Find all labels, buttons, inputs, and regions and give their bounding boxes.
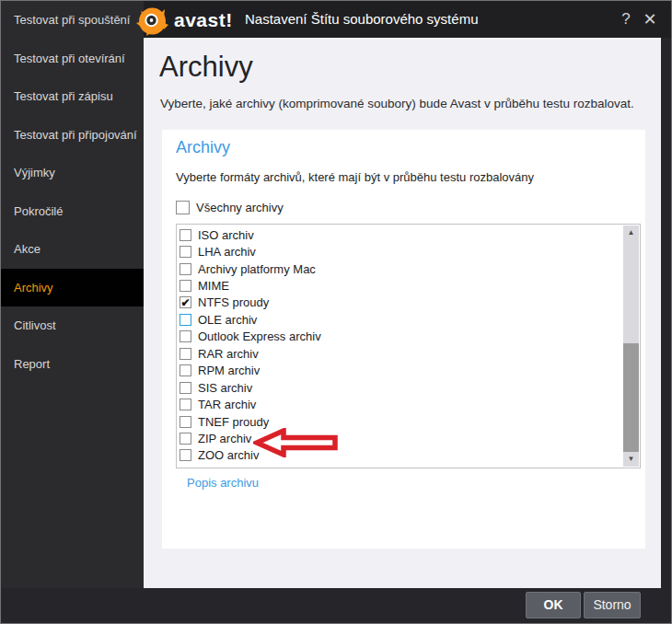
select-all-row[interactable]: Všechny archivy bbox=[176, 201, 284, 214]
archive-description-link[interactable]: Popis archivu bbox=[187, 476, 259, 490]
archive-row[interactable]: Outlook Express archiv bbox=[180, 329, 621, 345]
archive-checkbox[interactable] bbox=[180, 229, 191, 241]
archive-row[interactable]: Archivy platformy Mac bbox=[180, 260, 621, 277]
archive-checkbox[interactable] bbox=[180, 330, 191, 342]
archive-row[interactable]: TNEF proudy bbox=[180, 413, 621, 430]
archive-label: TNEF proudy bbox=[198, 415, 269, 429]
archive-checkbox[interactable] bbox=[180, 382, 191, 394]
archive-label: LHA archiv bbox=[198, 245, 256, 259]
main-content: Archivy Vyberte, jaké archivy (komprimov… bbox=[144, 38, 661, 590]
scrollbar[interactable]: ▲ ▼ bbox=[623, 225, 639, 467]
archive-row[interactable]: ZOO archiv bbox=[180, 447, 621, 464]
sidebar-item-citlivost[interactable]: Citlivost bbox=[1, 306, 144, 345]
archive-row[interactable]: SIS archiv bbox=[180, 379, 621, 396]
sidebar-item-archivy[interactable]: Archivy bbox=[1, 269, 144, 307]
sidebar-item-report[interactable]: Report bbox=[1, 345, 144, 384]
select-all-label: Všechny archivy bbox=[196, 201, 284, 214]
page-title: Archivy bbox=[159, 51, 253, 84]
sidebar: Testovat při spouštěníTestovat při oteví… bbox=[1, 1, 144, 623]
archive-checkbox[interactable] bbox=[180, 246, 191, 258]
archive-checkbox[interactable] bbox=[180, 314, 191, 326]
close-icon[interactable]: ✕ bbox=[640, 9, 660, 29]
archive-row[interactable]: ✔NTFS proudy bbox=[180, 295, 621, 311]
archive-label: ZOO archiv bbox=[198, 448, 259, 462]
archive-row[interactable]: ISO archiv bbox=[180, 226, 621, 243]
title-bar: avast! Nastavení Štítu souborového systé… bbox=[144, 1, 671, 38]
sidebar-item-testovat-p-i-z-pisu[interactable]: Testovat při zápisu bbox=[1, 77, 144, 116]
archive-checkbox[interactable] bbox=[180, 399, 191, 410]
help-button[interactable]: ? bbox=[616, 9, 636, 29]
archive-label: TAR archiv bbox=[198, 398, 256, 411]
archive-label: OLE archiv bbox=[198, 313, 257, 327]
archive-checkbox[interactable] bbox=[180, 449, 191, 461]
archive-label: SIS archiv bbox=[198, 381, 252, 395]
archive-label: RAR archiv bbox=[198, 347, 259, 361]
avast-logo-icon: avast! bbox=[133, 3, 233, 38]
archive-checkbox[interactable] bbox=[180, 416, 191, 428]
archive-checkbox[interactable]: ✔ bbox=[180, 296, 191, 308]
archive-row[interactable]: LHA archiv bbox=[180, 243, 621, 260]
archive-checkbox[interactable] bbox=[180, 364, 191, 376]
archive-label: NTFS proudy bbox=[198, 295, 269, 309]
archive-checkbox[interactable] bbox=[180, 433, 191, 445]
sidebar-item-testovat-p-i-p-ipojov-n-[interactable]: Testovat při připojování bbox=[1, 116, 144, 155]
archive-label: MIME bbox=[198, 279, 229, 293]
select-all-checkbox[interactable] bbox=[176, 201, 190, 214]
archive-row[interactable]: RAR archiv bbox=[180, 345, 621, 362]
scroll-down-icon[interactable]: ▼ bbox=[623, 452, 639, 467]
cancel-button[interactable]: Storno bbox=[584, 592, 641, 618]
brand-text: avast! bbox=[174, 9, 233, 31]
scrollbar-thumb[interactable] bbox=[623, 343, 639, 452]
page-description: Vyberte, jaké archivy (komprimované soub… bbox=[160, 97, 634, 110]
archive-row[interactable]: OLE archiv bbox=[180, 311, 621, 328]
red-arrow-annotation bbox=[253, 428, 340, 457]
archives-panel: Archivy Vyberte formáty archivů, které m… bbox=[162, 130, 645, 549]
ok-button[interactable]: OK bbox=[526, 592, 581, 618]
sidebar-item-pokro-il-[interactable]: Pokročilé bbox=[1, 192, 144, 231]
archive-label: Outlook Express archiv bbox=[198, 329, 321, 343]
sidebar-item-testovat-p-i-spou-t-n-[interactable]: Testovat při spouštění bbox=[1, 1, 144, 40]
sidebar-item-v-jimky[interactable]: Výjimky bbox=[1, 154, 144, 192]
archive-label: ZIP archiv bbox=[198, 432, 251, 445]
archive-label: ISO archiv bbox=[198, 228, 254, 242]
settings-window: Testovat při spouštěníTestovat při oteví… bbox=[0, 0, 672, 624]
archive-row[interactable]: TAR archiv bbox=[180, 396, 621, 412]
archive-checkbox[interactable] bbox=[180, 280, 191, 292]
window-title: Nastavení Štítu souborového systému bbox=[245, 1, 478, 38]
sidebar-item-testovat-p-i-otev-r-n-[interactable]: Testovat při otevírání bbox=[1, 40, 144, 78]
panel-title: Archivy bbox=[176, 138, 230, 157]
archive-label: Archivy platformy Mac bbox=[198, 262, 316, 276]
archive-row[interactable]: MIME bbox=[180, 277, 621, 294]
archive-row[interactable]: RPM archiv bbox=[180, 363, 621, 379]
archive-row[interactable]: ZIP archiv bbox=[180, 430, 621, 446]
sidebar-item-akce[interactable]: Akce bbox=[1, 230, 144, 269]
archive-listbox[interactable]: ISO archivLHA archivArchivy platformy Ma… bbox=[176, 224, 641, 468]
archive-checkbox[interactable] bbox=[180, 263, 191, 275]
panel-subtitle: Vyberte formáty archivů, které mají být … bbox=[176, 170, 534, 184]
archive-checkbox[interactable] bbox=[180, 348, 191, 360]
footer-bar: OK Storno bbox=[1, 588, 671, 623]
scroll-up-icon[interactable]: ▲ bbox=[623, 225, 639, 240]
archive-label: RPM archiv bbox=[198, 364, 260, 377]
archive-list: ISO archivLHA archivArchivy platformy Ma… bbox=[180, 226, 621, 467]
